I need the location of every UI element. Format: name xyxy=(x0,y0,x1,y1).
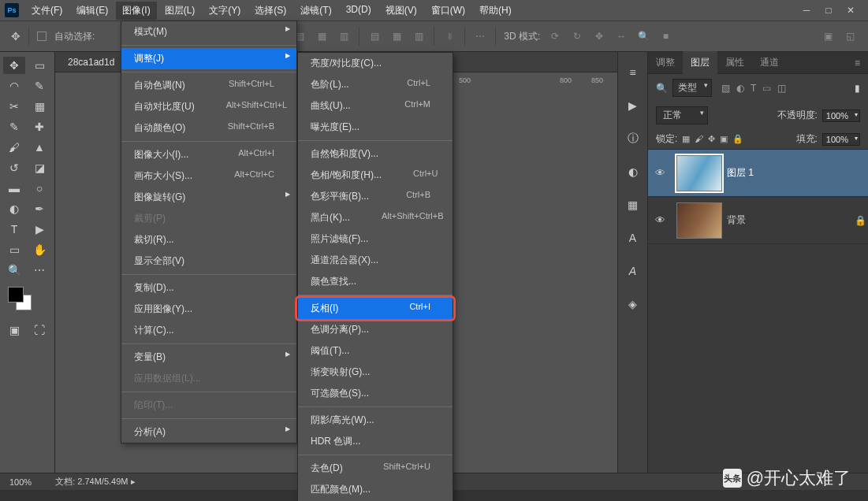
quickmask-tool[interactable]: ▣ xyxy=(3,321,25,339)
menu-file[interactable]: 文件(F) xyxy=(25,2,69,20)
menu-item[interactable]: 应用图像(Y)... xyxy=(121,299,296,320)
search-icon[interactable]: ◱ xyxy=(843,29,857,43)
menu-item[interactable]: 黑白(K)...Alt+Shift+Ctrl+B xyxy=(298,207,453,228)
layer-name[interactable]: 背景 xyxy=(727,213,852,227)
panel-menu-icon[interactable]: ≡ xyxy=(847,53,868,73)
filter-type-icon[interactable]: T xyxy=(751,83,756,94)
lock-artboard-icon[interactable]: ▣ xyxy=(720,134,728,144)
menu-item[interactable]: 自动对比度(U)Alt+Shift+Ctrl+L xyxy=(121,96,296,117)
layer-thumbnail[interactable] xyxy=(676,155,722,191)
layer-name[interactable]: 图层 1 xyxy=(727,166,868,180)
lock-pixels-icon[interactable]: 🖌 xyxy=(695,134,703,144)
lock-position-icon[interactable]: ✥ xyxy=(708,134,715,144)
foreground-color-swatch[interactable] xyxy=(8,287,24,302)
menu-item[interactable]: 自动色调(N)Shift+Ctrl+L xyxy=(121,75,296,96)
fill-input[interactable]: 100% xyxy=(822,133,860,146)
menu-item[interactable]: 调整(J)▶ xyxy=(121,48,296,69)
crop-tool[interactable]: ✂ xyxy=(3,98,25,115)
pen-tool[interactable]: ✒ xyxy=(28,200,50,217)
menu-item[interactable]: 渐变映射(G)... xyxy=(298,362,453,383)
filter-adjust-icon[interactable]: ◐ xyxy=(736,83,744,94)
3d-panel-icon[interactable]: ◈ xyxy=(625,296,641,312)
shape-tool[interactable]: ▭ xyxy=(3,241,25,258)
zoom-tool[interactable]: 🔍 xyxy=(3,262,25,279)
auto-select-checkbox[interactable] xyxy=(37,32,47,41)
3d-camera-icon[interactable]: ■ xyxy=(658,29,672,43)
tab-channels[interactable]: 通道 xyxy=(752,51,787,74)
minimize-button[interactable]: ─ xyxy=(802,6,811,15)
align-center-icon[interactable]: ▦ xyxy=(315,29,329,43)
menu-item[interactable]: 自动颜色(O)Shift+Ctrl+B xyxy=(121,117,296,139)
marquee-tool[interactable]: ▭ xyxy=(28,57,50,74)
3d-zoom-icon[interactable]: 🔍 xyxy=(636,29,650,43)
tab-adjustments[interactable]: 调整 xyxy=(648,51,683,74)
type-tool[interactable]: T xyxy=(3,221,25,238)
menu-item[interactable]: 匹配颜色(M)... xyxy=(298,479,453,500)
lock-all-icon[interactable]: 🔒 xyxy=(732,134,743,144)
ruler-origin[interactable] xyxy=(55,72,71,88)
visibility-toggle[interactable]: 👁 xyxy=(648,167,672,179)
menu-item[interactable]: 去色(D)Shift+Ctrl+U xyxy=(298,458,453,479)
align-bottom-icon[interactable]: ▥ xyxy=(412,29,426,43)
menu-help[interactable]: 帮助(H) xyxy=(473,2,518,20)
menu-item[interactable]: 曝光度(E)... xyxy=(298,117,453,138)
history-panel-icon[interactable]: ≡ xyxy=(625,65,641,80)
3d-roll-icon[interactable]: ↻ xyxy=(570,29,584,43)
color-swatches[interactable] xyxy=(8,287,32,310)
blend-mode-dropdown[interactable]: 正常 xyxy=(656,106,708,124)
path-select-tool[interactable]: ▶ xyxy=(28,221,50,238)
character-panel-icon[interactable]: A xyxy=(625,230,641,246)
menu-item[interactable]: 图像旋转(G)▶ xyxy=(121,187,296,208)
brush-tool[interactable]: 🖌 xyxy=(3,139,25,156)
menu-type[interactable]: 文字(Y) xyxy=(203,2,247,20)
menu-view[interactable]: 视图(V) xyxy=(379,2,423,20)
menu-item[interactable]: 复制(D)... xyxy=(121,277,296,299)
lasso-tool[interactable]: ◠ xyxy=(3,77,25,95)
menu-item[interactable]: 亮度/对比度(C)... xyxy=(298,53,453,74)
visibility-toggle[interactable]: 👁 xyxy=(648,214,672,226)
more-icon[interactable]: ⋯ xyxy=(473,29,487,43)
menu-item[interactable]: 色阶(L)...Ctrl+L xyxy=(298,74,453,95)
align-top-icon[interactable]: ▤ xyxy=(367,29,382,43)
align-middle-icon[interactable]: ▦ xyxy=(389,29,404,43)
gradient-tool[interactable]: ▬ xyxy=(3,180,25,197)
quick-select-tool[interactable]: ✎ xyxy=(28,77,50,95)
menu-edit[interactable]: 编辑(E) xyxy=(70,2,114,20)
blur-tool[interactable]: ○ xyxy=(28,180,50,197)
layer-row[interactable]: 👁 背景 🔒 xyxy=(648,197,868,244)
filter-shape-icon[interactable]: ▭ xyxy=(762,83,771,94)
close-button[interactable]: ✕ xyxy=(846,6,855,15)
menu-item[interactable]: 色相/饱和度(H)...Ctrl+U xyxy=(298,165,453,186)
eyedropper-tool[interactable]: ✎ xyxy=(3,118,25,135)
menu-layer[interactable]: 图层(L) xyxy=(158,2,202,20)
kind-dropdown[interactable]: 类型 xyxy=(672,79,712,97)
ruler-vertical[interactable] xyxy=(55,88,71,473)
lock-trans-icon[interactable]: ▦ xyxy=(682,134,690,144)
styles-panel-icon[interactable]: ▦ xyxy=(625,197,641,213)
menu-item[interactable]: 画布大小(S)...Alt+Ctrl+C xyxy=(121,165,296,187)
stamp-tool[interactable]: ▲ xyxy=(28,139,50,156)
menu-item[interactable]: 计算(C)... xyxy=(121,320,296,341)
edit-toolbar[interactable]: ⋯ xyxy=(28,262,50,279)
menu-item[interactable]: 曲线(U)...Ctrl+M xyxy=(298,95,453,117)
screenmode-tool[interactable]: ⛶ xyxy=(28,321,50,339)
tab-properties[interactable]: 属性 xyxy=(717,51,752,74)
adjustments-panel-icon[interactable]: ◐ xyxy=(625,164,641,180)
menu-item[interactable]: 变量(B)▶ xyxy=(121,347,296,368)
history-brush-tool[interactable]: ↺ xyxy=(3,159,25,176)
menu-item[interactable]: 裁切(R)... xyxy=(121,229,296,250)
menu-item[interactable]: 自然饱和度(V)... xyxy=(298,143,453,165)
move-tool[interactable]: ✥ xyxy=(3,57,25,74)
menu-item[interactable]: 图像大小(I)...Alt+Ctrl+I xyxy=(121,144,296,165)
play-icon[interactable]: ▶ xyxy=(625,98,641,113)
opacity-input[interactable]: 100% xyxy=(822,109,860,122)
filter-smart-icon[interactable]: ◫ xyxy=(777,83,786,94)
frame-tool[interactable]: ▦ xyxy=(28,98,50,115)
menu-select[interactable]: 选择(S) xyxy=(248,2,292,20)
filter-pixel-icon[interactable]: ▧ xyxy=(721,83,730,94)
menu-item[interactable]: 阈值(T)... xyxy=(298,340,453,362)
dodge-tool[interactable]: ◐ xyxy=(3,200,25,217)
3d-slide-icon[interactable]: ↔ xyxy=(614,29,628,43)
menu-item[interactable]: 分析(A)▶ xyxy=(121,421,296,443)
panel-toggle-icon[interactable]: ▣ xyxy=(821,29,835,43)
